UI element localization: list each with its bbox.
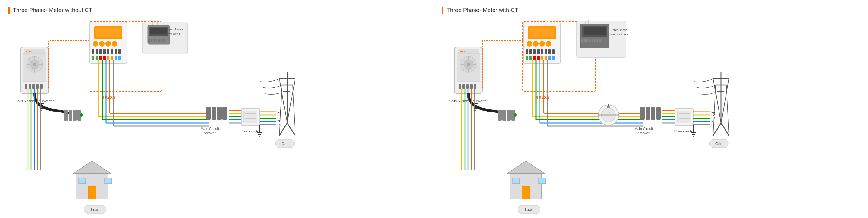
svg-point-26 bbox=[99, 41, 105, 46]
panel-right: Three Phase- Meter with CT RS485 solis bbox=[434, 0, 868, 218]
svg-rect-246 bbox=[656, 107, 661, 120]
svg-rect-184 bbox=[537, 56, 539, 60]
svg-rect-89 bbox=[206, 107, 211, 120]
svg-rect-197 bbox=[584, 39, 586, 42]
left-wiring-svg: RS485 solis bbox=[3, 15, 437, 218]
svg-rect-30 bbox=[96, 49, 98, 54]
svg-text:solis: solis bbox=[460, 50, 466, 53]
svg-point-170 bbox=[533, 41, 538, 46]
svg-rect-174 bbox=[529, 49, 532, 54]
svg-text:PE: PE bbox=[277, 123, 282, 127]
svg-rect-158 bbox=[462, 84, 465, 89]
svg-rect-33 bbox=[107, 49, 110, 54]
svg-text:PE: PE bbox=[711, 123, 716, 127]
svg-rect-245 bbox=[651, 107, 655, 120]
svg-rect-201 bbox=[594, 39, 596, 42]
svg-text:Grid: Grid bbox=[715, 142, 723, 146]
svg-rect-196 bbox=[581, 39, 583, 42]
svg-rect-140 bbox=[79, 178, 86, 184]
svg-rect-239 bbox=[502, 110, 506, 121]
svg-point-226 bbox=[607, 106, 610, 108]
svg-rect-43 bbox=[115, 56, 117, 60]
svg-rect-250 bbox=[678, 111, 691, 123]
svg-text:Three-phase -: Three-phase - bbox=[611, 29, 629, 32]
svg-rect-29 bbox=[92, 49, 94, 54]
svg-rect-35 bbox=[115, 49, 117, 54]
panel-left: Three Phase- Meter without CT RS485 soli… bbox=[0, 0, 434, 218]
svg-rect-181 bbox=[526, 56, 528, 60]
svg-point-171 bbox=[539, 41, 545, 46]
svg-rect-86 bbox=[73, 110, 77, 121]
svg-rect-183 bbox=[533, 56, 536, 60]
svg-rect-180 bbox=[552, 49, 555, 54]
svg-text:breaker: breaker bbox=[204, 131, 216, 135]
page-container: Three Phase- Meter without CT RS485 soli… bbox=[0, 0, 868, 218]
svg-rect-177 bbox=[541, 49, 543, 54]
svg-rect-203 bbox=[599, 39, 601, 42]
svg-rect-36 bbox=[118, 49, 121, 54]
svg-text:Load: Load bbox=[91, 208, 100, 212]
svg-rect-42 bbox=[111, 56, 113, 60]
svg-rect-165 bbox=[530, 28, 554, 37]
right-diagram-area: RS485 solis bbox=[437, 15, 865, 212]
svg-text:N: N bbox=[711, 119, 714, 123]
svg-rect-31 bbox=[99, 49, 102, 54]
svg-rect-160 bbox=[470, 84, 472, 89]
svg-rect-39 bbox=[99, 56, 102, 60]
svg-rect-90 bbox=[212, 107, 216, 120]
svg-point-242 bbox=[514, 113, 517, 117]
svg-rect-48 bbox=[150, 28, 167, 34]
svg-point-172 bbox=[546, 41, 551, 46]
svg-line-264 bbox=[726, 85, 729, 136]
svg-line-110 bbox=[292, 85, 295, 136]
svg-rect-32 bbox=[103, 49, 106, 54]
svg-rect-15 bbox=[32, 84, 35, 89]
svg-rect-176 bbox=[537, 49, 539, 54]
svg-rect-294 bbox=[513, 178, 520, 184]
svg-rect-50 bbox=[151, 39, 152, 42]
svg-rect-159 bbox=[466, 84, 469, 89]
svg-rect-243 bbox=[640, 107, 645, 120]
svg-rect-96 bbox=[244, 111, 257, 123]
svg-text:Main Circuit: Main Circuit bbox=[200, 127, 219, 131]
svg-point-88 bbox=[80, 113, 83, 117]
svg-marker-137 bbox=[73, 161, 111, 174]
panel-right-title: Three Phase- Meter with CT bbox=[442, 7, 860, 13]
svg-text:Three-phase -: Three-phase - bbox=[165, 28, 183, 31]
svg-rect-200 bbox=[592, 39, 593, 42]
svg-rect-40 bbox=[103, 56, 106, 60]
svg-rect-38 bbox=[96, 56, 98, 60]
svg-rect-178 bbox=[545, 49, 547, 54]
right-wiring-svg: RS485 solis bbox=[437, 15, 868, 218]
svg-text:breaker: breaker bbox=[638, 131, 650, 135]
svg-rect-295 bbox=[538, 178, 546, 184]
svg-rect-53 bbox=[158, 39, 160, 42]
svg-point-169 bbox=[527, 41, 532, 46]
svg-text:N: N bbox=[277, 119, 280, 123]
svg-point-27 bbox=[105, 41, 111, 46]
svg-rect-293 bbox=[522, 186, 530, 199]
svg-rect-17 bbox=[40, 84, 42, 89]
panel-left-title: Three Phase- Meter without CT bbox=[8, 7, 425, 13]
svg-rect-139 bbox=[88, 186, 96, 199]
svg-rect-21 bbox=[96, 28, 121, 37]
svg-rect-85 bbox=[68, 110, 72, 121]
svg-text:Main Circuit: Main Circuit bbox=[634, 127, 653, 131]
svg-text:solis: solis bbox=[26, 50, 32, 53]
svg-rect-41 bbox=[107, 56, 110, 60]
svg-rect-34 bbox=[111, 49, 113, 54]
svg-rect-179 bbox=[549, 49, 551, 54]
left-diagram-area: RS485 solis bbox=[3, 15, 430, 212]
svg-rect-240 bbox=[507, 110, 510, 121]
svg-text:Load: Load bbox=[525, 208, 533, 212]
svg-rect-157 bbox=[459, 84, 461, 89]
svg-marker-291 bbox=[507, 161, 545, 174]
svg-rect-141 bbox=[105, 178, 112, 184]
svg-text:Meter without CT: Meter without CT bbox=[611, 33, 633, 36]
svg-rect-44 bbox=[118, 56, 121, 60]
svg-rect-198 bbox=[587, 39, 588, 42]
svg-point-8 bbox=[33, 63, 36, 66]
svg-rect-91 bbox=[217, 107, 221, 120]
svg-rect-185 bbox=[541, 56, 543, 60]
svg-point-152 bbox=[467, 63, 470, 66]
